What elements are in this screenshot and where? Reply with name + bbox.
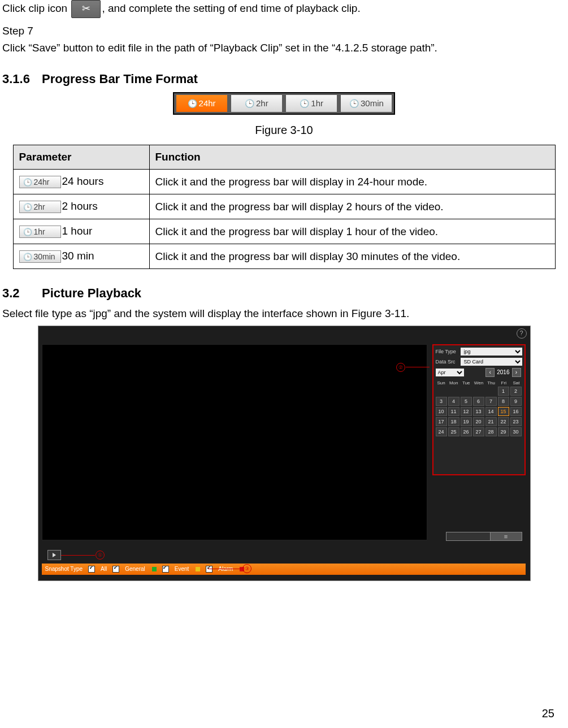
chip-24hr: 24hr — [19, 176, 61, 188]
section-32-heading: 3.2Picture Playback — [2, 286, 566, 301]
th-function: Function — [149, 145, 555, 170]
step7-body: Click “Save” button to edit file in the … — [2, 41, 566, 55]
calendar-day[interactable]: 2 — [510, 387, 522, 396]
chip-1hr: 1hr — [19, 226, 61, 238]
swatch-event — [196, 567, 200, 571]
calendar-day[interactable]: 22 — [498, 417, 509, 426]
data-src-select[interactable]: SD Card — [461, 358, 522, 366]
clock-icon — [23, 252, 34, 261]
clock-icon — [245, 98, 256, 108]
side-panel: File Type jpg Data Src SD Card Apr ‹ 201… — [432, 344, 526, 475]
list-icon — [504, 533, 508, 540]
swatch-general — [152, 567, 157, 571]
checkbox-all[interactable] — [88, 566, 95, 573]
calendar-day[interactable]: 10 — [436, 407, 447, 416]
calendar-day[interactable]: 13 — [473, 407, 484, 416]
calendar-dow: SunMonTueWenThuFriSat — [436, 379, 522, 387]
calendar-day[interactable]: 20 — [473, 417, 484, 426]
param-function-table: Parameter Function 24hr24 hours Click it… — [13, 145, 556, 269]
calendar-day[interactable]: 1 — [498, 387, 509, 396]
clock-icon — [300, 98, 311, 108]
next-year-button[interactable]: › — [512, 368, 521, 377]
timeformat-2hr-button[interactable]: 2hr — [231, 95, 282, 112]
clip-icon — [71, 0, 101, 18]
calendar-day[interactable]: 14 — [485, 407, 497, 416]
step7-title: Step 7 — [2, 24, 566, 38]
calendar-day[interactable]: 19 — [461, 417, 472, 426]
intro-post: , and complete the setting of end time o… — [102, 2, 360, 14]
calendar-day[interactable]: 11 — [448, 407, 459, 416]
figure-3-10: 24hr 2hr 1hr 30min — [2, 92, 566, 115]
figure-3-11: ? ② File Type jpg Data Src SD Card Apr ‹… — [38, 326, 531, 581]
month-select[interactable]: Apr — [436, 369, 464, 376]
calendar-day[interactable]: 5 — [461, 397, 472, 406]
calendar-grid: 1234567891011121314151617181920212223242… — [436, 387, 522, 436]
timeformat-bar: 24hr 2hr 1hr 30min — [173, 92, 396, 115]
calendar-day[interactable]: 27 — [473, 427, 484, 436]
calendar-day[interactable]: 26 — [461, 427, 472, 436]
timeformat-24hr-button[interactable]: 24hr — [176, 95, 227, 112]
playback-view-area — [42, 344, 427, 540]
calendar-day[interactable]: 7 — [485, 397, 497, 406]
annotation-line — [208, 569, 242, 569]
clock-icon — [349, 98, 361, 108]
snapshot-title: Snapshot Type — [45, 566, 83, 572]
year-label: 2016 — [496, 369, 510, 375]
calendar-day[interactable]: 15 — [498, 407, 509, 416]
calendar-day[interactable]: 4 — [448, 397, 459, 406]
annotation-line — [406, 367, 430, 367]
table-row: 1hr1 hour Click it and the progress bar … — [13, 219, 555, 244]
th-parameter: Parameter — [13, 145, 149, 170]
list-toggle-button[interactable] — [490, 532, 522, 541]
calendar-day[interactable]: 30 — [510, 427, 522, 436]
clock-icon — [188, 98, 199, 108]
checkbox-event[interactable] — [162, 566, 169, 573]
annotation-1: ① — [96, 551, 105, 560]
intro-line: Click clip icon , and complete the setti… — [2, 0, 566, 18]
calendar-day[interactable]: 17 — [436, 417, 447, 426]
calendar-day[interactable]: 24 — [436, 427, 447, 436]
calendar-day[interactable]: 16 — [510, 407, 522, 416]
page-number: 25 — [542, 707, 554, 720]
timeformat-30min-button[interactable]: 30min — [341, 95, 392, 112]
checkbox-alarm[interactable] — [206, 566, 213, 573]
table-row: 30min30 min Click it and the progress ba… — [13, 244, 555, 269]
table-row: 24hr24 hours Click it and the progress b… — [13, 170, 555, 194]
help-icon[interactable]: ? — [517, 328, 527, 339]
clock-icon — [23, 227, 34, 236]
calendar-day[interactable]: 29 — [498, 427, 509, 436]
section-32-title: Picture Playback — [42, 286, 141, 300]
checkbox-general[interactable] — [112, 566, 119, 573]
play-button[interactable] — [47, 550, 61, 560]
prev-year-button[interactable]: ‹ — [485, 368, 495, 377]
section-32-intro: Select file type as “jpg” and the system… — [2, 306, 566, 321]
section-316-num: 3.1.6 — [2, 72, 42, 86]
calendar-day[interactable]: 6 — [473, 397, 484, 406]
calendar-day[interactable]: 25 — [448, 427, 459, 436]
section-316-title: Progress Bar Time Format — [42, 72, 198, 86]
snapshot-type-bar: Snapshot Type All General Event Alarm — [42, 564, 526, 575]
calendar-day[interactable]: 21 — [485, 417, 497, 426]
table-row: 2hr2 hours Click it and the progress bar… — [13, 194, 555, 219]
intro-pre: Click clip icon — [2, 2, 70, 14]
calendar-day[interactable]: 23 — [510, 417, 522, 426]
calendar-day[interactable]: 8 — [498, 397, 509, 406]
list-toggle-track — [446, 532, 492, 541]
file-type-select[interactable]: jpg — [461, 348, 522, 356]
annotation-3: ③ — [242, 564, 252, 573]
calendar-day[interactable]: 28 — [485, 427, 497, 436]
timeformat-1hr-button[interactable]: 1hr — [286, 95, 337, 112]
annotation-2: ② — [396, 363, 405, 372]
data-src-label: Data Src — [436, 359, 461, 365]
clock-icon — [23, 177, 34, 187]
figure-3-10-label: Figure 3-10 — [2, 124, 566, 137]
calendar-day[interactable]: 3 — [436, 397, 447, 406]
calendar-day[interactable]: 9 — [510, 397, 522, 406]
chip-30min: 30min — [19, 250, 61, 263]
calendar-day[interactable]: 18 — [448, 417, 459, 426]
section-32-num: 3.2 — [2, 286, 42, 301]
file-type-label: File Type — [436, 349, 461, 354]
calendar-day[interactable]: 12 — [461, 407, 472, 416]
section-316-heading: 3.1.6Progress Bar Time Format — [2, 72, 566, 86]
chip-2hr: 2hr — [19, 201, 61, 213]
